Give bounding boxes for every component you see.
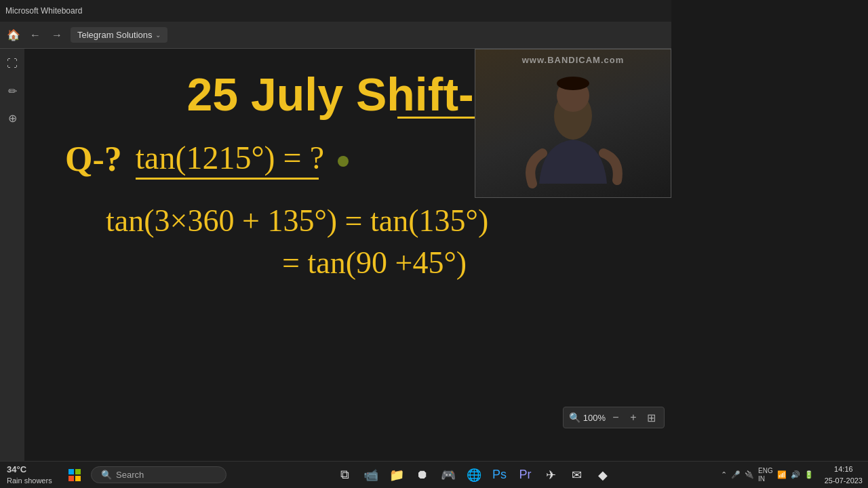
breadcrumb[interactable]: Telegram Solutions ⌄ [71,27,167,43]
premiere-icon[interactable]: Pr [513,463,538,487]
weather-temp: 34°C [7,464,54,476]
webcam-feed: www.BANDICAM.com [475,49,671,197]
app-title: Microsoft Whiteboard [5,6,82,16]
svg-point-2 [557,77,589,90]
svg-rect-3 [68,469,74,474]
taskview-button[interactable]: ⧉ [333,463,357,487]
telegram-icon[interactable]: ✈ [539,463,564,487]
system-tray: ⌃ 🎤 🔌 ENGIN 📶 🔊 🔋 [715,467,819,483]
extra-icon[interactable]: ◆ [591,463,615,487]
clock[interactable]: 14:16 25-07-2023 [819,464,868,486]
gamepad-icon[interactable]: 🎮 [436,463,460,487]
primary-equation: tan(1215°) = ? [136,139,349,176]
solution-block: tan(3×360 + 135°) = tan(135°) = tan(90 +… [106,200,642,284]
svg-rect-4 [75,469,81,474]
weather-condition: Rain showers [7,476,54,486]
solution-line-1: tan(3×360 + 135°) = tan(135°) [106,200,642,242]
zoom-widget: 🔍 100% − + ⊞ [563,407,665,428]
title-bar: Microsoft Whiteboard [0,0,671,22]
photoshop-icon[interactable]: Ps [488,463,512,487]
forward-button[interactable]: → [49,27,65,43]
search-bar[interactable]: 🔍 Search [91,466,226,483]
back-button[interactable]: ← [27,27,43,43]
windows-icon [68,469,81,481]
solution-line-2: = tan(90 +45°) [282,242,642,284]
add-tool[interactable]: ⊕ [3,108,22,127]
pen-tool[interactable]: ✏ [3,81,22,100]
lang-indicator[interactable]: ENGIN [758,467,773,483]
sidebar: ⛶ ✏ ⊕ [0,49,24,461]
explorer-icon[interactable]: 📁 [384,463,409,487]
q-label: Q-? [65,139,122,179]
zoom-out-button[interactable]: − [608,410,623,425]
chevron-down-icon: ⌄ [155,31,161,39]
network-icon[interactable]: 🔌 [745,470,754,479]
teams-icon[interactable]: 📹 [359,463,383,487]
zoom-level: 100% [583,413,606,423]
taskbar: 34°C Rain showers 🔍 Search ⧉ 📹 📁 ⏺ 🎮 🌐 P… [0,461,868,488]
clock-time: 14:16 [825,464,863,475]
webcam-overlay: www.BANDICAM.com [475,49,671,198]
wifi-icon[interactable]: 📶 [777,470,787,479]
equation-underline [136,178,319,180]
zoom-in-icon[interactable]: 🔍 [569,412,580,423]
chrome-icon[interactable]: 🌐 [462,463,486,487]
select-tool[interactable]: ⛶ [3,54,22,73]
show-hidden-icons[interactable]: ⌃ [721,470,727,479]
fit-button[interactable]: ⊞ [644,410,658,425]
zoom-in-button[interactable]: + [626,410,641,425]
breadcrumb-label: Telegram Solutions [77,30,153,40]
person-silhouette [505,75,641,197]
battery-icon[interactable]: 🔋 [804,470,814,479]
whiteboard-canvas[interactable]: 25 July Shift-2 Q-? tan(1215°) = ? tan(3… [24,49,671,461]
cursor-dot [338,156,349,167]
search-placeholder: Search [116,470,144,480]
start-button[interactable] [61,462,88,489]
home-button[interactable]: 🏠 [5,27,22,43]
record-icon[interactable]: ⏺ [410,463,435,487]
toolbar: 🏠 ← → Telegram Solutions ⌄ [0,22,671,49]
mic-icon[interactable]: 🎤 [731,470,741,479]
clock-date: 25-07-2023 [825,475,863,487]
bandicam-watermark: www.BANDICAM.com [522,55,625,65]
taskbar-icons: ⧉ 📹 📁 ⏺ 🎮 🌐 Ps Pr ✈ ✉ ◆ [232,463,715,487]
weather-widget[interactable]: 34°C Rain showers [0,462,61,488]
search-icon: 🔍 [101,470,112,480]
svg-rect-5 [68,476,74,481]
volume-icon[interactable]: 🔊 [791,470,800,479]
svg-rect-6 [75,476,81,481]
mail-icon[interactable]: ✉ [565,463,589,487]
